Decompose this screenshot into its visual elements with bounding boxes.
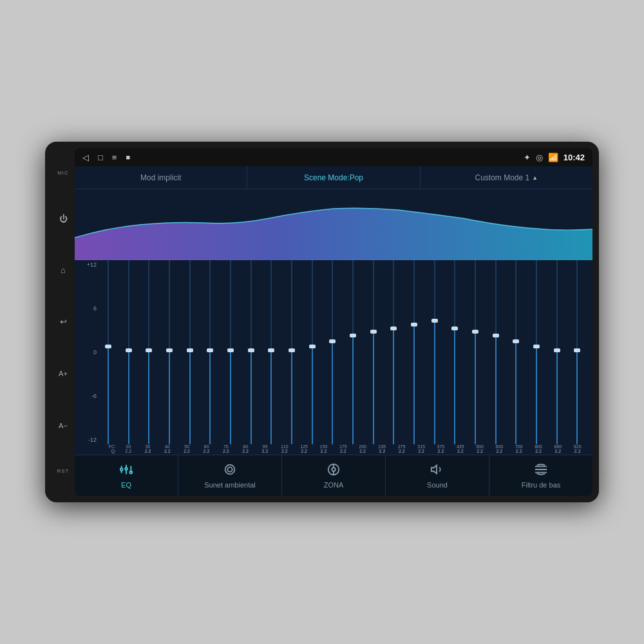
slider-fill-0 bbox=[108, 348, 109, 444]
slider-thumb-23[interactable] bbox=[574, 348, 580, 352]
back-side-button[interactable]: ↩ bbox=[54, 313, 72, 331]
slider-col-10[interactable] bbox=[303, 260, 321, 444]
slider-col-12[interactable] bbox=[344, 260, 362, 444]
nav-item-sound[interactable]: Sound bbox=[386, 455, 489, 496]
slider-col-1[interactable] bbox=[120, 260, 138, 444]
slider-col-16[interactable] bbox=[426, 260, 444, 444]
q-val-9: 2.2 bbox=[301, 449, 307, 453]
slider-col-17[interactable] bbox=[446, 260, 464, 444]
slider-track-16[interactable] bbox=[434, 260, 435, 444]
fc-q-labels: FC:Q: 202.2302.2402.2502.2602.2702.2802.… bbox=[81, 444, 586, 455]
slider-track-20[interactable] bbox=[515, 260, 516, 444]
slider-col-14[interactable] bbox=[384, 260, 402, 444]
slider-thumb-1[interactable] bbox=[126, 348, 132, 352]
slider-col-4[interactable] bbox=[181, 260, 199, 444]
slider-col-6[interactable] bbox=[222, 260, 240, 444]
slider-col-20[interactable] bbox=[507, 260, 525, 444]
mode-implicit[interactable]: Mod implicit bbox=[75, 166, 247, 189]
slider-thumb-19[interactable] bbox=[493, 334, 499, 337]
slider-thumb-18[interactable] bbox=[472, 330, 478, 334]
nav-item-filtru[interactable]: Filtru de bas bbox=[489, 455, 592, 496]
back-nav-icon[interactable]: ◁ bbox=[82, 153, 89, 162]
slider-thumb-12[interactable] bbox=[350, 334, 356, 337]
slider-thumb-0[interactable] bbox=[105, 345, 111, 348]
slider-track-5[interactable] bbox=[209, 260, 211, 444]
slider-thumb-6[interactable] bbox=[227, 348, 234, 352]
slider-track-21[interactable] bbox=[536, 260, 537, 444]
slider-thumb-11[interactable] bbox=[329, 339, 336, 343]
slider-col-5[interactable] bbox=[201, 260, 219, 444]
slider-col-21[interactable] bbox=[527, 260, 545, 444]
slider-track-12[interactable] bbox=[352, 260, 354, 444]
slider-track-1[interactable] bbox=[128, 260, 129, 444]
slider-fill-1 bbox=[128, 352, 129, 444]
slider-track-22[interactable] bbox=[556, 260, 558, 444]
slider-track-10[interactable] bbox=[312, 260, 313, 444]
mode-custom[interactable]: Custom Mode 1 ▲ bbox=[421, 166, 592, 189]
slider-col-7[interactable] bbox=[242, 260, 260, 444]
slider-thumb-16[interactable] bbox=[431, 319, 438, 323]
slider-col-3[interactable] bbox=[160, 260, 178, 444]
slider-thumb-3[interactable] bbox=[166, 348, 173, 352]
nav-item-eq[interactable]: EQ bbox=[75, 455, 178, 496]
slider-track-0[interactable] bbox=[108, 260, 109, 444]
slider-track-4[interactable] bbox=[189, 260, 191, 444]
slider-col-13[interactable] bbox=[365, 260, 383, 444]
menu-nav-icon[interactable]: ≡ bbox=[112, 153, 117, 162]
slider-track-19[interactable] bbox=[495, 260, 497, 444]
slider-col-22[interactable] bbox=[548, 260, 566, 444]
power-button[interactable]: ⏻ bbox=[54, 209, 72, 227]
slider-track-9[interactable] bbox=[291, 260, 292, 444]
slider-thumb-10[interactable] bbox=[309, 345, 316, 348]
slider-track-8[interactable] bbox=[270, 260, 272, 444]
recent-nav-icon[interactable]: ■ bbox=[126, 153, 130, 161]
home-nav-icon[interactable]: □ bbox=[98, 153, 103, 162]
slider-thumb-9[interactable] bbox=[289, 348, 295, 352]
mode-scene[interactable]: Scene Mode:Pop bbox=[247, 166, 420, 189]
slider-col-2[interactable] bbox=[140, 260, 158, 444]
slider-thumb-5[interactable] bbox=[207, 348, 213, 352]
nav-icon-sound bbox=[430, 462, 444, 480]
home-side-button[interactable]: ⌂ bbox=[54, 261, 72, 279]
slider-track-15[interactable] bbox=[413, 260, 415, 444]
slider-thumb-2[interactable] bbox=[146, 348, 152, 352]
slider-track-17[interactable] bbox=[454, 260, 455, 444]
slider-thumb-13[interactable] bbox=[370, 330, 377, 334]
nav-item-zona[interactable]: ZONA bbox=[282, 455, 386, 496]
slider-fill-5 bbox=[209, 352, 211, 444]
slider-thumb-15[interactable] bbox=[411, 323, 417, 327]
slider-track-23[interactable] bbox=[576, 260, 578, 444]
slider-thumb-20[interactable] bbox=[513, 339, 519, 343]
slider-thumb-21[interactable] bbox=[533, 345, 540, 348]
slider-track-3[interactable] bbox=[169, 260, 170, 444]
vol-up-button[interactable]: A+ bbox=[54, 365, 72, 383]
nav-item-sunet[interactable]: Sunet ambiental bbox=[178, 455, 282, 496]
slider-col-23[interactable] bbox=[568, 260, 586, 444]
slider-track-2[interactable] bbox=[148, 260, 149, 444]
slider-thumb-14[interactable] bbox=[390, 327, 397, 330]
slider-thumb-8[interactable] bbox=[268, 348, 274, 352]
slider-col-19[interactable] bbox=[487, 260, 505, 444]
slider-col-11[interactable] bbox=[323, 260, 341, 444]
fc-val-2: 40 bbox=[165, 444, 170, 449]
app-content: Mod implicit Scene Mode:Pop Custom Mode … bbox=[75, 166, 592, 496]
rst-label: RST bbox=[57, 468, 70, 474]
slider-track-14[interactable] bbox=[393, 260, 394, 444]
slider-track-6[interactable] bbox=[230, 260, 231, 444]
slider-col-18[interactable] bbox=[466, 260, 484, 444]
fc-q-col-15: 3152.2 bbox=[413, 444, 430, 453]
fc-val-1: 30 bbox=[146, 444, 151, 449]
slider-thumb-4[interactable] bbox=[187, 348, 193, 352]
slider-track-13[interactable] bbox=[373, 260, 374, 444]
slider-track-7[interactable] bbox=[251, 260, 252, 444]
slider-col-8[interactable] bbox=[262, 260, 280, 444]
slider-track-11[interactable] bbox=[332, 260, 333, 444]
slider-col-15[interactable] bbox=[405, 260, 423, 444]
slider-col-0[interactable] bbox=[99, 260, 117, 444]
vol-down-button[interactable]: A− bbox=[54, 417, 72, 435]
slider-track-18[interactable] bbox=[475, 260, 476, 444]
slider-thumb-17[interactable] bbox=[451, 327, 458, 330]
slider-thumb-7[interactable] bbox=[248, 348, 254, 352]
slider-col-9[interactable] bbox=[283, 260, 301, 444]
slider-thumb-22[interactable] bbox=[554, 348, 560, 352]
